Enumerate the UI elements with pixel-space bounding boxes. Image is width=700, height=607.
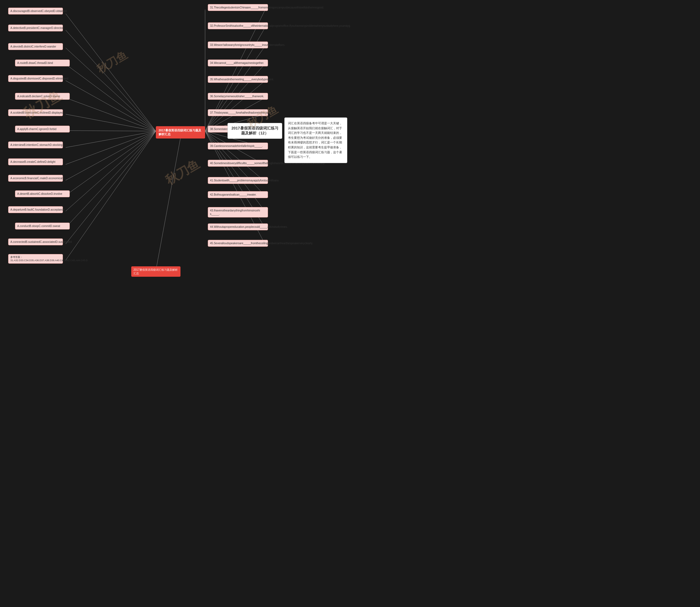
svg-line-9 [66, 131, 156, 165]
question-node-15: 45.Severalloudspeakersare_____fromthecei… [208, 240, 268, 247]
answer-node-4: A.routeB.drawC.threadD.bind [15, 60, 70, 66]
answer-node-9: A.interviewB.intentionC.stomachD.stockin… [8, 142, 63, 148]
watermark-2: 秋刀鱼 [94, 47, 130, 77]
svg-line-7 [66, 130, 156, 131]
svg-line-10 [66, 131, 156, 180]
question-node-6: 36.Somelazymenwouldraher_____thanwork. [208, 93, 268, 100]
question-node-3: 33.Wewon'tallowanyforeigncountryto_____i… [208, 42, 268, 48]
svg-line-3 [66, 64, 156, 131]
question-node-11: 41.Studentswith_____problemsmayapplyfors… [208, 177, 268, 184]
answer-node-5: A.disgustedB.dismissedC.disposedD.elimin… [8, 75, 63, 82]
question-node-4: 34.Wecannot_____allthemagazinestogether. [208, 60, 268, 66]
svg-line-4 [66, 81, 156, 131]
question-node-2: 32.ProfessorSmithisalsothe_____oftheinte… [208, 22, 268, 29]
svg-line-32 [156, 138, 180, 270]
question-node-13: 43.Ihavenotheardanythingfromhimsincehi s… [208, 207, 268, 217]
svg-line-15 [66, 131, 156, 260]
svg-line-2 [66, 48, 156, 131]
svg-line-5 [66, 98, 156, 131]
svg-line-19 [205, 46, 265, 131]
answer-node-13: A.departureB.faultC.foundationD.acceptan… [8, 206, 63, 213]
question-node-7: 37.Thisboywas_____forwhathedhadoneinthec… [208, 109, 268, 116]
answer-node-8: A.applyB.charmC.ignoreD.forbid [15, 126, 70, 132]
answer-node-11: A.economicB.financialC.maleD.economical [8, 175, 63, 182]
question-node-5: 35.Whathesaidinthemeeting_____everybodyp… [208, 76, 268, 83]
bottom-hub: 2017暑假英语四级词汇练习题及解析汇总 [131, 266, 180, 277]
svg-line-13 [66, 131, 156, 228]
info-title-box: 2017暑假英语四级词汇练习题及解析（12） [227, 123, 282, 139]
answer-node-7: A.scoldedB.overcomeC.inclinedD.displayed [8, 109, 63, 116]
answer-node-15: A.connectedB.sustainedC.associatedD.susp… [8, 238, 63, 245]
svg-line-11 [66, 131, 156, 195]
answer-node-2: A.detectiveB.presidentC.managerD.directo… [8, 25, 63, 32]
question-node-1: 31.ThecollegestudentsinChinaare_____from… [208, 4, 268, 11]
answer-node-10: A.decreaseB.createC.defineD.delight [8, 159, 63, 165]
svg-line-0 [66, 14, 156, 131]
answer-node-14: A.conductB.stoopC.commitD.sweat [15, 223, 70, 229]
mindmap-container: A.discouragedB.observedC.obeyedD.obtaine… [0, 0, 350, 304]
svg-line-12 [66, 131, 156, 211]
question-node-14: 44.Withoutapropereducation,peoplecould__… [208, 224, 268, 230]
info-box: 词汇在英语四级备考中可谓是一大关键，从接触英语开始我们就在接触词汇，对于词汇的学… [284, 118, 347, 163]
center-hub: 2017暑假英语四级词汇练习题及解析汇总 [156, 126, 205, 139]
question-node-9: 39.Carelessnessmadehimfallinhisjob_____. [208, 143, 268, 149]
question-node-10: 40.Sometimesitisverydifficultto_____some… [208, 160, 268, 167]
answer-node-6: A.indicateB.declareC.solveD.starve [15, 93, 70, 100]
watermark-3: 秋刀鱼 [162, 156, 203, 188]
answer-node-12: A.desertB.absorbC.dissolveD.involve [15, 190, 70, 197]
svg-line-6 [66, 114, 156, 131]
answer-node-1: A.discouragedB.observedC.obeyedD.obtaine… [8, 8, 63, 15]
svg-line-8 [66, 131, 156, 147]
svg-line-1 [66, 30, 156, 131]
answer-node-3: A.devoteB.districtC.interfereD.wander [8, 43, 63, 50]
svg-line-14 [66, 131, 156, 244]
answer-node-ref: 参考答案：31.A32.D33.C34.D35.A36.D37.A38.D39.… [8, 254, 63, 264]
question-node-12: 42.Bothsugarandsaltcan_____inwater. [208, 191, 268, 198]
watermark-1: 秋刀鱼 [20, 87, 64, 123]
